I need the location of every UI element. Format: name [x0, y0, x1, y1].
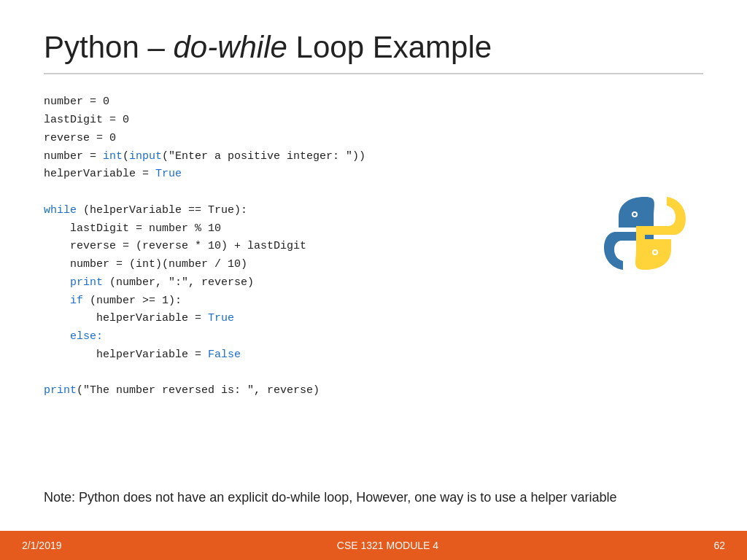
title-prefix: Python –: [44, 30, 173, 64]
content-area: number = 0 lastDigit = 0 reverse = 0 num…: [44, 88, 703, 482]
title-suffix: Loop Example: [287, 30, 492, 64]
code-block: number = 0 lastDigit = 0 reverse = 0 num…: [44, 88, 703, 482]
svg-point-1: [633, 213, 636, 216]
code-line-3: reverse = 0: [44, 130, 703, 148]
main-content: Python – do-while Loop Example number = …: [0, 0, 747, 531]
slide-title: Python – do-while Loop Example: [44, 29, 703, 74]
code-line-14: helperVariable = False: [44, 346, 703, 365]
footer-date: 2/1/2019: [22, 540, 62, 551]
code-line-12: helperVariable = True: [44, 310, 703, 328]
note-text: Note: Python does not have an explicit d…: [44, 482, 703, 516]
svg-point-3: [654, 251, 657, 254]
code-line-11: if (number >= 1):: [44, 292, 703, 311]
code-line-13: else:: [44, 328, 703, 346]
footer-page: 62: [713, 540, 725, 551]
code-line-blank2: [44, 365, 703, 383]
code-line-5: helperVariable = True: [44, 166, 703, 184]
code-line-4: number = int(input("Enter a positive int…: [44, 148, 703, 166]
slide: Python – do-while Loop Example number = …: [0, 0, 747, 560]
code-line-print: print("The number reversed is: ", revers…: [44, 382, 703, 400]
code-line-1: number = 0: [44, 93, 703, 112]
code-line-2: lastDigit = 0: [44, 112, 703, 130]
title-italic: do-while: [173, 30, 287, 64]
python-logo: [601, 190, 689, 277]
footer-course: CSE 1321 MODULE 4: [337, 540, 438, 551]
footer: 2/1/2019 CSE 1321 MODULE 4 62: [0, 531, 747, 560]
